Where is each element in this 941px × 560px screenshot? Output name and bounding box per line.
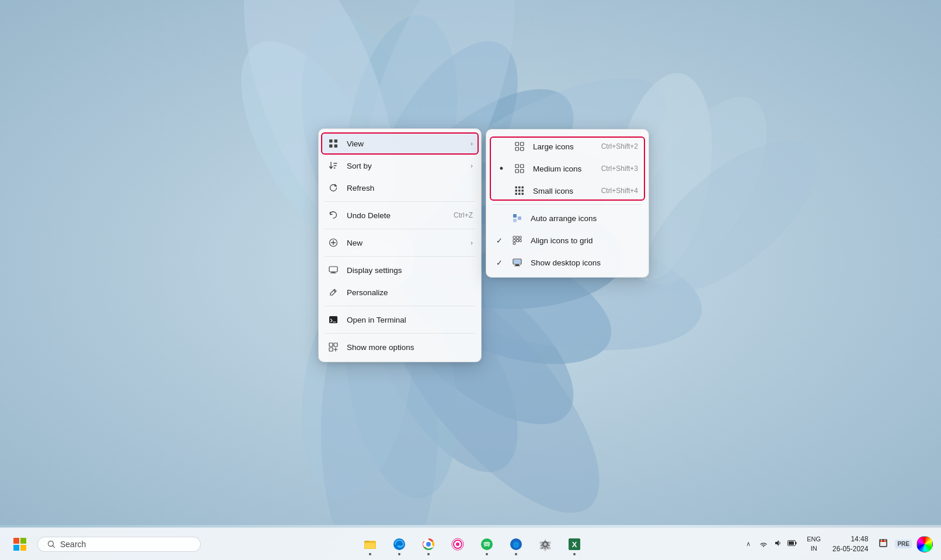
svg-rect-53: [520, 240, 521, 242]
menu-item-view[interactable]: View ›: [321, 132, 479, 155]
svg-rect-42: [515, 193, 518, 195]
search-text: Search: [60, 540, 86, 549]
submenu-medium-icons[interactable]: • Medium icons Ctrl+Shift+3: [489, 158, 646, 180]
view-icon: [327, 137, 340, 150]
refresh-icon: [327, 181, 340, 194]
taskbar-settings[interactable]: [532, 531, 558, 557]
file-explorer-dot: [369, 553, 371, 555]
svg-rect-97: [789, 541, 794, 545]
search-bar[interactable]: Search: [37, 537, 201, 552]
display-settings-label: Display settings: [347, 266, 473, 275]
svg-rect-64: [330, 273, 336, 274]
battery-icon[interactable]: [786, 538, 799, 550]
submenu-auto-arrange[interactable]: Auto arrange icons: [486, 207, 649, 229]
svg-rect-46: [513, 219, 517, 222]
volume-icon[interactable]: [772, 538, 783, 550]
align-to-grid-icon: [511, 234, 524, 247]
display-settings-icon: [327, 264, 340, 276]
spotify-icon: [480, 537, 494, 551]
submenu-large-icons[interactable]: Large icons Ctrl+Shift+2: [489, 135, 646, 158]
menu-item-sort-by[interactable]: Sort by ›: [319, 155, 481, 177]
taskbar-app-icons: 🌐 X: [201, 531, 744, 557]
refresh-label: Refresh: [347, 184, 473, 192]
separator-2: [325, 229, 475, 229]
svg-rect-30: [515, 148, 519, 151]
color-circle[interactable]: [916, 536, 933, 552]
taskbar-edge[interactable]: [386, 531, 412, 557]
svg-line-75: [53, 545, 54, 547]
taskbar-search-area: Search: [37, 537, 201, 552]
svg-point-82: [427, 542, 430, 546]
app6-icon: 🌐: [509, 537, 523, 551]
menu-item-display-settings[interactable]: Display settings: [319, 259, 481, 281]
submenu-view: Large icons Ctrl+Shift+2 •: [486, 129, 649, 278]
svg-rect-73: [20, 545, 26, 551]
taskbar-spotify[interactable]: [474, 531, 500, 557]
start-button[interactable]: [8, 533, 32, 556]
icon-size-section: Large icons Ctrl+Shift+2 •: [489, 135, 646, 202]
show-desktop-icons-icon: [511, 256, 524, 269]
language-indicator[interactable]: ENG IN: [803, 534, 824, 554]
svg-point-86: [481, 538, 493, 550]
svg-rect-69: [329, 348, 333, 351]
align-to-grid-label: Align icons to grid: [531, 236, 640, 245]
svg-rect-51: [513, 240, 515, 242]
submenu-show-desktop-icons[interactable]: ✓ Show desktop icons: [486, 251, 649, 274]
chrome-dot: [427, 553, 430, 555]
separator-4: [325, 306, 475, 306]
svg-rect-45: [513, 214, 517, 218]
svg-rect-35: [521, 170, 524, 173]
menu-item-refresh[interactable]: Refresh: [319, 177, 481, 199]
search-icon: [47, 540, 55, 548]
svg-rect-48: [513, 236, 515, 239]
menu-item-new[interactable]: New ›: [319, 232, 481, 254]
edge-dot: [398, 553, 400, 555]
taskbar-file-explorer[interactable]: [357, 531, 383, 557]
personalize-label: Personalize: [347, 288, 473, 297]
svg-rect-56: [515, 264, 519, 265]
new-icon: [327, 236, 340, 249]
show-more-label: Show more options: [347, 343, 473, 352]
menu-item-open-terminal[interactable]: Open in Terminal: [319, 309, 481, 331]
svg-rect-50: [520, 236, 521, 239]
view-arrow-icon: ›: [470, 140, 473, 147]
taskbar-app4[interactable]: [445, 531, 470, 557]
notification-bell-icon[interactable]: [876, 536, 890, 552]
svg-rect-58: [514, 260, 521, 264]
undo-delete-icon: [327, 209, 340, 222]
taskbar-chrome[interactable]: [416, 531, 441, 557]
medium-icons-shortcut: Ctrl+Shift+3: [601, 164, 638, 173]
svg-rect-26: [329, 145, 333, 148]
pre-badge[interactable]: PRE: [895, 540, 912, 548]
excel-dot: [573, 553, 576, 555]
svg-rect-63: [332, 272, 335, 273]
network-icon[interactable]: [758, 538, 769, 550]
language-code: ENG: [807, 535, 821, 544]
taskbar-app6[interactable]: 🌐: [503, 531, 529, 557]
taskbar-excel[interactable]: X: [562, 531, 587, 557]
app4-icon: [451, 537, 465, 551]
submenu-small-icons[interactable]: Small icons Ctrl+Shift+4: [489, 180, 646, 202]
notification-chevron[interactable]: ∧: [744, 537, 753, 551]
personalize-icon: [327, 286, 340, 299]
clock-display[interactable]: 14:48 26-05-2024: [829, 533, 872, 555]
sort-by-icon: [327, 159, 340, 172]
menu-item-personalize[interactable]: Personalize: [319, 281, 481, 303]
submenu-align-to-grid[interactable]: ✓ Align icons to grid: [486, 229, 649, 251]
sort-by-label: Sort by: [347, 162, 461, 170]
svg-rect-62: [329, 267, 337, 272]
svg-rect-78: [365, 543, 375, 548]
menu-item-undo-delete[interactable]: Undo Delete Ctrl+Z: [319, 204, 481, 226]
svg-rect-52: [517, 240, 519, 242]
clock-time: 14:48: [851, 534, 868, 544]
small-icons-label: Small icons: [533, 187, 594, 195]
separator-5: [325, 333, 475, 334]
medium-icons-icon: [513, 162, 526, 175]
svg-rect-96: [796, 542, 797, 544]
undo-delete-shortcut: Ctrl+Z: [454, 211, 473, 219]
svg-point-85: [456, 542, 459, 546]
context-menu: View ›: [318, 128, 482, 362]
menu-item-show-more[interactable]: Show more options: [319, 336, 481, 358]
svg-rect-39: [515, 190, 518, 192]
svg-rect-41: [522, 190, 524, 192]
